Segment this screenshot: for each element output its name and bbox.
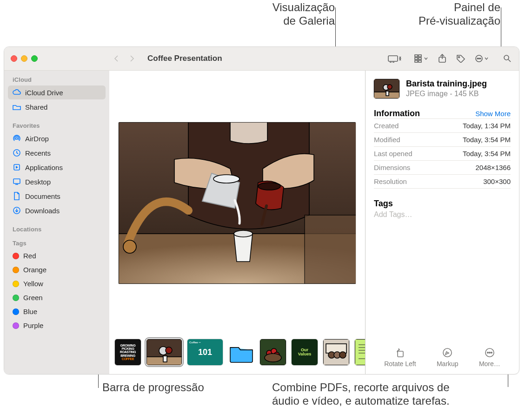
preview-pane: Barista training.jpeg JPEG image - 145 K…: [365, 71, 519, 374]
sidebar-tag-purple[interactable]: Purple: [8, 319, 106, 332]
sidebar-section-favorites: Favorites: [8, 120, 106, 131]
tag-dot-icon: [13, 295, 19, 301]
svg-rect-7: [419, 58, 421, 59]
search-button[interactable]: [499, 52, 515, 65]
sidebar-item-recents[interactable]: Recents: [8, 146, 106, 160]
minimize-button[interactable]: [21, 55, 27, 62]
sidebar-item-label: Downloads: [25, 207, 60, 215]
sidebar-tag-orange[interactable]: Orange: [8, 263, 106, 276]
svg-rect-0: [388, 56, 398, 61]
svg-point-13: [477, 58, 478, 59]
preview-filetype: JPEG image - 145 KB: [406, 90, 487, 98]
svg-point-30: [123, 240, 136, 253]
thumb-folder[interactable]: [228, 339, 254, 365]
hero-image[interactable]: [119, 122, 356, 284]
callout-preview-pane: Painel de Pré-visualização: [398, 1, 500, 28]
rotate-left-icon: [394, 347, 406, 358]
more-icon: [484, 347, 495, 358]
toolbar: Coffee Presentation: [108, 52, 519, 65]
sidebar-tag-blue[interactable]: Blue: [8, 305, 106, 318]
sidebar-item-downloads[interactable]: Downloads: [8, 203, 106, 217]
zoom-button[interactable]: [31, 55, 38, 62]
show-more-link[interactable]: Show More: [475, 110, 511, 118]
add-tags-input[interactable]: Add Tags…: [374, 209, 511, 219]
svg-rect-47: [355, 339, 365, 365]
thumb-barista[interactable]: [146, 339, 182, 365]
svg-point-16: [504, 55, 509, 60]
more-quick-actions-button[interactable]: More…: [479, 347, 500, 368]
share-button[interactable]: [434, 52, 450, 65]
tags-section: Tags Add Tags…: [374, 199, 511, 219]
cloud-icon: [13, 88, 21, 97]
preview-header: Barista training.jpeg JPEG image - 145 K…: [374, 79, 511, 98]
sidebar-item-shared[interactable]: Shared: [8, 100, 106, 114]
gallery-canvas: [109, 71, 365, 335]
svg-rect-31: [305, 215, 356, 284]
thumb-team[interactable]: [323, 339, 349, 365]
window-title: Coffee Presentation: [147, 54, 222, 63]
tag-dot-icon: [13, 281, 19, 287]
svg-line-17: [508, 59, 511, 62]
markup-icon: [442, 347, 453, 358]
applications-icon: [13, 163, 21, 171]
sidebar-item-label: Desktop: [25, 178, 51, 186]
svg-rect-8: [419, 60, 421, 62]
svg-point-14: [479, 58, 479, 59]
svg-rect-5: [415, 60, 418, 62]
sidebar-tag-green[interactable]: Green: [8, 291, 106, 304]
svg-point-18: [16, 138, 18, 139]
thumb-coffee-101[interactable]: Coffee ═ 101: [187, 339, 223, 365]
gallery-view: GROWINGPICKINGROASTINGBREWINGCOFFEE Coff…: [109, 71, 365, 374]
markup-button[interactable]: Markup: [437, 347, 459, 368]
callout-scrub-bar: Barra de progressão: [102, 381, 204, 394]
info-row: Last openedToday, 3:54 PM: [374, 146, 511, 160]
traffic-lights: [4, 55, 108, 62]
svg-point-28: [258, 183, 280, 190]
titlebar: Coffee Presentation: [4, 47, 519, 71]
thumb-our-values[interactable]: OurValues: [292, 339, 318, 365]
more-actions-button[interactable]: [472, 52, 492, 65]
forward-button[interactable]: [124, 52, 140, 65]
svg-point-61: [487, 352, 488, 353]
info-row: CreatedToday, 1:34 PM: [374, 118, 511, 132]
quick-actions: Rotate Left Markup More…: [374, 341, 511, 369]
tag-dot-icon: [13, 253, 19, 259]
tags-button[interactable]: [453, 52, 469, 65]
tag-dot-icon: [13, 308, 19, 315]
callout-leader: [501, 7, 501, 46]
sidebar-item-label: Blue: [23, 308, 37, 315]
svg-point-62: [489, 352, 490, 353]
thumb-cherries[interactable]: [260, 339, 286, 365]
sidebar-item-airdrop[interactable]: AirDrop: [8, 131, 106, 145]
sidebar-item-label: Shared: [25, 103, 47, 111]
sidebar-section-icloud: iCloud: [8, 74, 106, 85]
callout-leader: [335, 7, 336, 46]
sidebar-item-desktop[interactable]: Desktop: [8, 175, 106, 189]
thumb-poster[interactable]: GROWINGPICKINGROASTINGBREWINGCOFFEE: [115, 339, 141, 365]
svg-rect-21: [13, 179, 20, 184]
downloads-icon: [13, 206, 21, 215]
desktop-icon: [13, 177, 21, 186]
sidebar-tag-red[interactable]: Red: [8, 249, 106, 262]
sidebar-section-locations: Locations: [8, 224, 106, 235]
sidebar-item-label: AirDrop: [25, 135, 49, 143]
sidebar-item-applications[interactable]: Applications: [8, 160, 106, 174]
thumb-note[interactable]: [355, 339, 365, 365]
svg-rect-36: [163, 356, 167, 362]
close-button[interactable]: [11, 55, 17, 62]
thumbnail-strip[interactable]: GROWINGPICKINGROASTINGBREWINGCOFFEE Coff…: [109, 335, 365, 374]
sidebar-item-icloud-drive[interactable]: iCloud Drive: [8, 85, 106, 99]
sidebar-tag-yellow[interactable]: Yellow: [8, 277, 106, 290]
sidebar-item-documents[interactable]: Documents: [8, 189, 106, 203]
gallery-view-toggle[interactable]: [384, 52, 406, 65]
group-button[interactable]: [411, 52, 432, 65]
svg-point-35: [166, 347, 172, 354]
svg-point-46: [339, 352, 346, 358]
sidebar: iCloud iCloud Drive Shared Favorites Air…: [4, 71, 109, 374]
sidebar-item-label: Orange: [23, 266, 47, 274]
rotate-left-button[interactable]: Rotate Left: [384, 347, 416, 368]
svg-point-11: [459, 57, 460, 58]
back-button[interactable]: [108, 52, 124, 65]
callout-gallery-view: Visualização de Galeria: [242, 1, 335, 28]
svg-point-56: [387, 85, 392, 89]
